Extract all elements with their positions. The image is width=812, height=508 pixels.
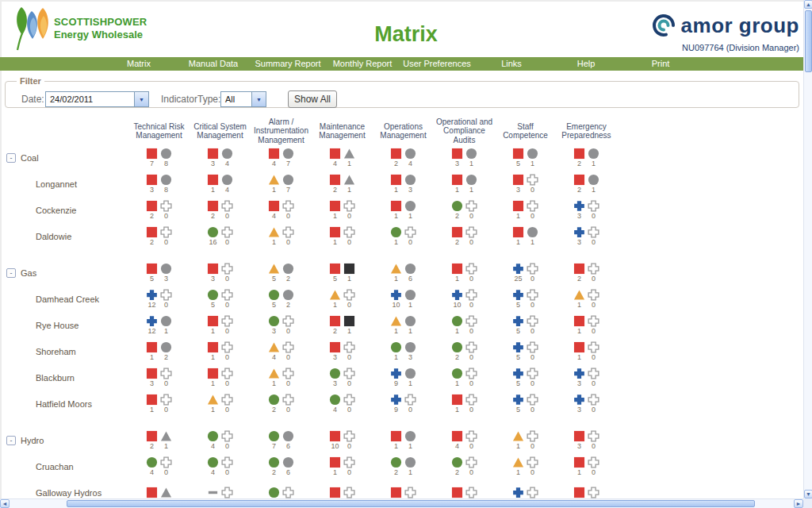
date-select[interactable]: 24/02/2011 ▼ <box>45 91 149 107</box>
indicator-white-cross[interactable]: 0 <box>282 200 296 220</box>
indicator-white-cross[interactable]: 0 <box>587 226 601 246</box>
indicator-blue-cross[interactable]: 12 <box>145 289 159 309</box>
nav-item-monthly-report[interactable]: Monthly Report <box>325 57 400 71</box>
indicator-gray-circle[interactable]: 7 <box>282 174 296 194</box>
indicator-gray-circle[interactable]: 4 <box>220 148 235 167</box>
nav-item-manual-data[interactable]: Manual Data <box>176 57 251 71</box>
indicator-red-square[interactable]: 1 <box>511 200 526 220</box>
indicator-gray-circle[interactable]: 1 <box>526 226 540 246</box>
indicator-white-cross[interactable]: 0 <box>220 430 235 450</box>
indicator-red-square[interactable]: 1 <box>389 430 404 450</box>
indicator-red-square[interactable]: 3 <box>206 263 220 283</box>
indicator-blue-cross[interactable]: 12 <box>145 315 159 335</box>
indicator-red-square[interactable]: 1 <box>328 226 343 246</box>
indicator-red-square[interactable]: 3 <box>145 174 159 194</box>
indicator-red-square[interactable]: 1 <box>328 200 343 220</box>
indicator-blue-cross[interactable]: 5 <box>511 394 526 414</box>
indicator-green-circle[interactable]: 4 <box>206 456 220 476</box>
indicator-white-cross[interactable]: 0 <box>526 456 540 476</box>
indicator-white-cross[interactable]: 0 <box>526 263 540 283</box>
indicator-green-circle[interactable]: 7 <box>267 430 282 450</box>
indicator-red-square[interactable]: 1 <box>450 263 465 283</box>
indicator-white-cross[interactable]: 0 <box>282 368 296 387</box>
indicator-white-cross[interactable]: 0 <box>159 368 174 387</box>
indicator-red-square[interactable]: 2 <box>206 200 220 220</box>
indicator-red-square[interactable]: 3 <box>145 368 159 387</box>
indicator-blue-cross[interactable]: 10 <box>450 289 465 309</box>
indicator-gray-circle[interactable]: 1 <box>404 315 418 335</box>
indicator-white-cross[interactable] <box>587 487 601 498</box>
indicator-white-cross[interactable]: 0 <box>587 394 601 414</box>
indicator-red-square[interactable]: 1 <box>450 174 465 194</box>
indicator-white-cross[interactable]: 0 <box>526 315 540 335</box>
indicator-green-circle[interactable]: 5 <box>267 289 282 309</box>
indicator-blue-cross[interactable]: 5 <box>511 368 526 387</box>
indicator-white-cross[interactable]: 0 <box>526 430 540 450</box>
indicator-white-cross[interactable]: 0 <box>159 456 174 476</box>
indicator-white-cross[interactable]: 0 <box>587 430 601 450</box>
indicator-red-square[interactable]: 1 <box>328 456 343 476</box>
indicator-red-square[interactable]: 3 <box>511 174 526 194</box>
indicator-gray-circle[interactable]: 1 <box>404 200 418 220</box>
indicator-white-cross[interactable] <box>282 487 296 498</box>
indicator-blue-cross[interactable]: 10 <box>389 289 404 309</box>
indicator-gray-circle[interactable]: 1 <box>587 148 601 167</box>
indicator-blue-cross[interactable]: 5 <box>511 289 526 309</box>
indicator-red-square[interactable]: 3 <box>328 341 343 361</box>
indicator-red-square[interactable]: 3 <box>573 430 587 450</box>
indicator-white-cross[interactable]: 0 <box>220 289 235 309</box>
indicator-red-square[interactable]: 5 <box>145 263 159 283</box>
indicator-white-cross[interactable]: 0 <box>587 315 601 335</box>
indicator-gray-circle[interactable]: 1 <box>587 174 601 194</box>
indicator-red-square[interactable]: 1 <box>389 174 404 194</box>
indicator-white-cross[interactable]: 0 <box>220 341 235 361</box>
indicator-gray-circle[interactable]: 1 <box>526 148 540 167</box>
indicator-white-cross[interactable] <box>404 487 418 498</box>
indicator-white-cross[interactable]: 0 <box>282 315 296 335</box>
indicator-white-cross[interactable]: 0 <box>220 368 235 387</box>
vertical-scrollbar[interactable]: ▲ ▼ <box>803 0 812 498</box>
indicator-white-cross[interactable]: 0 <box>587 200 601 220</box>
indicator-red-square[interactable]: 1 <box>206 174 220 194</box>
indicator-gray-circle[interactable]: 1 <box>465 174 479 194</box>
indicator-blue-cross[interactable]: 3 <box>573 368 587 387</box>
indicator-white-cross[interactable]: 0 <box>587 263 601 283</box>
indicator-red-square[interactable]: 2 <box>145 430 159 450</box>
indicator-gray-circle[interactable]: 1 <box>159 315 174 335</box>
scroll-down-icon[interactable]: ▼ <box>804 490 812 498</box>
indicator-orange-triangle[interactable]: 1 <box>573 289 587 309</box>
indicator-gray-triangle[interactable]: 1 <box>159 430 174 450</box>
nav-item-print[interactable]: Print <box>623 57 698 71</box>
indicator-white-cross[interactable]: 0 <box>465 341 479 361</box>
indicator-blue-cross[interactable]: 3 <box>573 394 587 414</box>
indicator-red-square[interactable]: 3 <box>206 148 220 167</box>
indicator-white-cross[interactable]: 0 <box>159 226 174 246</box>
chevron-down-icon[interactable]: ▼ <box>251 92 266 106</box>
indicator-white-cross[interactable] <box>465 487 479 498</box>
indicator-gray-circle[interactable]: 7 <box>282 148 296 167</box>
indicator-blue-cross[interactable]: 5 <box>511 341 526 361</box>
indicator-red-square[interactable]: 3 <box>450 148 465 167</box>
indicator-white-cross[interactable]: 0 <box>526 394 540 414</box>
indicator-white-cross[interactable]: 0 <box>526 289 540 309</box>
indicator-white-cross[interactable]: 0 <box>465 315 479 335</box>
indicator-red-square[interactable]: 2 <box>573 263 587 283</box>
indicator-white-cross[interactable]: 0 <box>159 289 174 309</box>
indicator-white-cross[interactable]: 0 <box>526 174 540 194</box>
indicator-gray-circle[interactable]: 1 <box>404 430 418 450</box>
collapse-button-hydro[interactable]: - <box>6 436 16 445</box>
indicator-blue-cross[interactable]: 5 <box>511 315 526 335</box>
indicator-orange-triangle[interactable]: 1 <box>267 368 282 387</box>
indicator-green-circle[interactable]: 2 <box>450 200 465 220</box>
indicator-green-circle[interactable]: 5 <box>206 289 220 309</box>
indicator-white-cross[interactable]: 0 <box>465 226 479 246</box>
indicator-white-cross[interactable]: 0 <box>343 430 357 450</box>
indicator-red-square[interactable]: 1 <box>206 368 220 387</box>
indicator-red-square[interactable] <box>450 487 465 498</box>
indicator-white-cross[interactable]: 0 <box>587 368 601 387</box>
indicator-white-cross[interactable]: 0 <box>282 226 296 246</box>
indicator-red-square[interactable]: 1 <box>573 456 587 476</box>
indicator-white-cross[interactable] <box>220 487 235 498</box>
indicator-gray-triangle[interactable]: 1 <box>343 174 357 194</box>
indicator-gray-triangle[interactable]: 1 <box>343 148 357 167</box>
